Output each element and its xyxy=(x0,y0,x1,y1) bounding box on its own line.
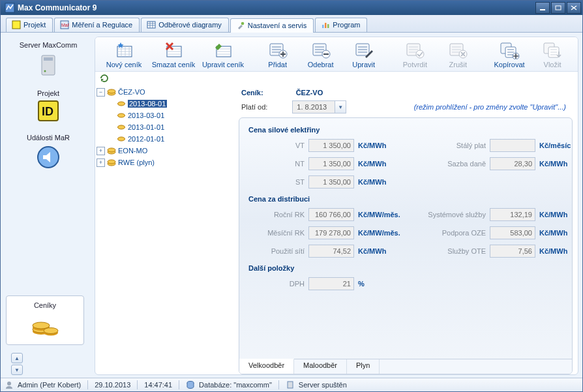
svg-point-32 xyxy=(416,50,424,58)
tree-node-date[interactable]: 2012-01-01 xyxy=(97,133,233,145)
coin-icon xyxy=(117,100,126,108)
subtab-plyn[interactable]: Plyn xyxy=(347,359,380,374)
folder-coins-icon xyxy=(107,147,116,155)
add-icon xyxy=(267,41,288,59)
mar-icon: MaR xyxy=(60,20,69,29)
user-icon xyxy=(5,380,14,389)
folder-coins-icon xyxy=(107,158,116,166)
coin-icon xyxy=(117,135,126,143)
main-tabs: Projekt MaR Měření a Regulace Odběrové d… xyxy=(1,15,582,33)
id-icon: ID xyxy=(37,100,59,122)
svg-rect-52 xyxy=(288,382,293,388)
tree-node-cez[interactable]: − ČEZ-VO xyxy=(97,86,233,98)
input-podpora-oze[interactable]: 583,00 xyxy=(490,226,535,239)
svg-rect-3 xyxy=(12,21,20,29)
toolbar-delete[interactable]: Smazat ceník xyxy=(150,40,197,70)
chart-icon xyxy=(321,20,330,29)
subtab-velkoodber[interactable]: Velkoodběr xyxy=(239,359,294,374)
tab-odber[interactable]: Odběrové diagramy xyxy=(141,18,229,32)
close-button[interactable] xyxy=(567,2,581,14)
copy-icon xyxy=(499,41,520,59)
input-dph[interactable]: 21 xyxy=(308,277,354,290)
section-silova: Cena silové elektřiny xyxy=(248,126,563,134)
status-date: 29.10.2013 xyxy=(95,381,130,389)
server-small-icon xyxy=(286,380,295,389)
tree-node-date[interactable]: 2013-03-01 xyxy=(97,110,233,121)
input-st[interactable]: 1 350,00 xyxy=(308,175,354,188)
speaker-icon xyxy=(35,144,61,170)
expand-icon[interactable]: + xyxy=(97,147,105,155)
tab-program[interactable]: Program xyxy=(315,18,367,32)
status-db: Databáze: "maxcomm" xyxy=(199,381,272,389)
tab-nastaveni[interactable]: Nastavení a servis xyxy=(230,18,314,33)
input-sys-sluzby[interactable]: 132,19 xyxy=(490,208,535,221)
maximize-button[interactable] xyxy=(551,2,565,14)
rail-up-button[interactable]: ▲ xyxy=(11,353,23,363)
coin-icon xyxy=(117,123,126,131)
toolbar-cancel: Zrušit xyxy=(438,40,478,70)
svg-point-42 xyxy=(118,102,125,106)
input-pouziti-siti[interactable]: 74,52 xyxy=(308,245,354,258)
rail-server[interactable]: Server MaxComm xyxy=(6,38,91,81)
input-vt[interactable]: 1 350,00 xyxy=(308,139,354,152)
status-bar: Admin (Petr Kobert) 29.10.2013 14:47:41 … xyxy=(1,378,582,391)
input-sazba-dane[interactable]: 28,30 xyxy=(490,157,535,170)
new-icon xyxy=(113,41,134,59)
pricelist-tree: − ČEZ-VO 2013-08-01 2013-03-01 2013-01-0… xyxy=(95,83,236,374)
svg-rect-12 xyxy=(44,57,53,61)
toolbar: Nový ceník Smazat ceník Upravit ceník xyxy=(95,37,578,72)
rail-udalosti[interactable]: Události MaR xyxy=(6,130,91,173)
tab-mar[interactable]: MaR Měření a Regulace xyxy=(54,18,140,32)
svg-point-49 xyxy=(108,160,115,164)
date-select[interactable]: 1. 8.2013 ▼ xyxy=(292,100,346,113)
svg-point-41 xyxy=(108,89,115,93)
svg-point-13 xyxy=(44,70,46,72)
side-rail: Server MaxComm Projekt ID Události MaR C… xyxy=(1,33,93,378)
rail-ceniky[interactable]: Ceníky xyxy=(6,295,84,345)
section-distribuce: Cena za distribuci xyxy=(248,195,563,203)
coin-icon xyxy=(117,112,126,119)
svg-point-47 xyxy=(108,148,115,152)
server-icon xyxy=(35,52,61,78)
table-icon xyxy=(147,20,156,29)
folder-coins-icon xyxy=(107,88,116,96)
expand-icon[interactable]: + xyxy=(97,158,105,167)
label-cenik: Ceník: xyxy=(241,89,263,97)
status-time: 14:47:41 xyxy=(144,381,172,389)
mode-hint: (režim prohlížení - pro změny zvolte "Up… xyxy=(414,103,570,111)
subtab-maloodber[interactable]: Maloodběr xyxy=(294,359,347,374)
rail-projekt[interactable]: Projekt ID xyxy=(6,86,91,125)
sub-tabs: Velkoodběr Maloodběr Plyn xyxy=(239,359,572,374)
tree-node-eon[interactable]: +EON-MO xyxy=(97,145,233,157)
toolbar-copy[interactable]: Kopírovat xyxy=(489,40,530,70)
svg-point-44 xyxy=(118,125,125,129)
svg-point-7 xyxy=(241,22,245,25)
refresh-icon[interactable] xyxy=(99,73,110,83)
toolbar-add[interactable]: Přidat xyxy=(258,40,298,70)
toolbar-edit[interactable]: Upravit ceník xyxy=(200,40,247,70)
remove-icon xyxy=(310,41,331,59)
app-icon xyxy=(5,3,15,13)
svg-rect-10 xyxy=(327,24,329,28)
svg-text:ID: ID xyxy=(42,105,53,118)
database-icon xyxy=(186,380,195,389)
collapse-icon[interactable]: − xyxy=(97,88,105,97)
minimize-button[interactable] xyxy=(535,2,550,14)
tree-node-date[interactable]: 2013-08-01 xyxy=(97,98,233,110)
toolbar-new[interactable]: Nový ceník xyxy=(100,40,147,70)
tree-node-date[interactable]: 2013-01-01 xyxy=(97,121,233,133)
tools-icon xyxy=(236,21,245,30)
toolbar-remove[interactable]: Odebrat xyxy=(301,40,341,70)
chevron-down-icon[interactable]: ▼ xyxy=(335,101,346,113)
tree-node-rwe[interactable]: +RWE (plyn) xyxy=(97,157,233,168)
rail-down-button[interactable]: ▼ xyxy=(11,365,23,375)
input-sluzby-ote[interactable]: 7,56 xyxy=(490,245,535,258)
tab-projekt[interactable]: Projekt xyxy=(6,18,53,32)
input-nt[interactable]: 1 350,00 xyxy=(308,157,354,170)
paste-icon xyxy=(542,41,563,59)
input-mesicni-rk[interactable]: 179 278,00 xyxy=(308,226,354,239)
status-server: Server spuštěn xyxy=(299,381,347,389)
toolbar-modify[interactable]: Upravit xyxy=(344,40,384,70)
input-rocni-rk[interactable]: 160 766,00 xyxy=(308,208,354,221)
input-staly-plat[interactable] xyxy=(490,139,535,152)
